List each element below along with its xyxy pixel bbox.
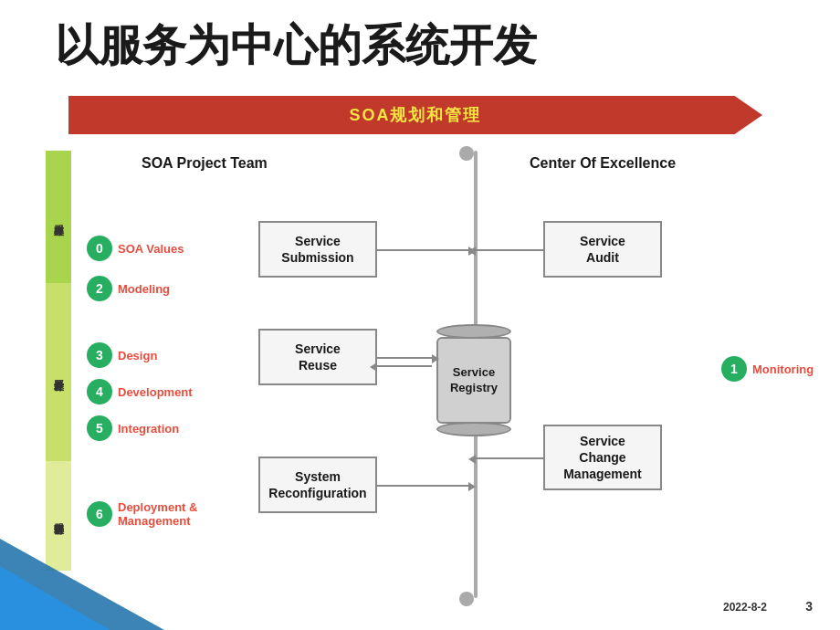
circle-5: 5	[87, 415, 112, 441]
soa-banner-text: SOA规划和管理	[349, 104, 481, 126]
box-service-submission: Service Submission	[258, 221, 377, 278]
soa-banner: SOA规划和管理	[68, 96, 762, 134]
col-header-left: SOA Project Team	[142, 155, 268, 172]
soa-item-6: 6 Deployment & Management	[87, 500, 197, 528]
circle-0: 0	[87, 236, 112, 261]
col-header-right: Center Of Excellence	[530, 155, 676, 172]
cylinder-top	[436, 324, 511, 339]
circle-3: 3	[87, 342, 112, 368]
soa-item-4: 4 Development	[87, 379, 193, 404]
sidebar-mid: 服务设计开发	[46, 283, 71, 461]
label-modeling: Modeling	[118, 282, 170, 296]
label-design: Design	[118, 349, 157, 362]
service-registry: Service Registry	[436, 324, 511, 436]
soa-item-2: 2 Modeling	[87, 276, 170, 301]
circle-2: 2	[87, 276, 112, 301]
circle-1: 1	[721, 356, 747, 382]
soa-item-5: 5 Integration	[87, 415, 179, 441]
circle-4: 4	[87, 379, 112, 404]
bottom-circle	[459, 592, 474, 606]
cylinder-bottom	[436, 422, 511, 436]
label-monitoring: Monitoring	[752, 362, 814, 376]
top-circle	[459, 146, 474, 161]
box-service-change: Service Change Management	[543, 425, 662, 490]
page-title: 以服务为中心的系统开发	[55, 16, 537, 75]
label-soa-values: SOA Values	[118, 242, 184, 256]
arrow-reconfig-right	[377, 485, 468, 487]
soa-item-3: 3 Design	[87, 342, 157, 368]
box-service-audit: Service Audit	[543, 221, 662, 278]
sidebar-top: 服务建模	[46, 151, 71, 283]
footer-date: 2022-8-2	[723, 601, 767, 614]
cylinder-body: Service Registry	[436, 337, 511, 424]
label-deployment: Deployment & Management	[118, 500, 197, 528]
arrow-submission-right	[377, 249, 468, 251]
arrow-audit-left	[476, 249, 543, 251]
arrow-change-left	[476, 457, 543, 459]
footer-page: 3	[805, 599, 813, 614]
label-integration: Integration	[118, 422, 179, 436]
box-service-reuse: Service Reuse	[258, 329, 377, 385]
blue-triangle-decoration	[0, 539, 164, 630]
soa-item-0: 0 SOA Values	[87, 236, 184, 261]
arrow-reuse-right	[377, 357, 432, 359]
circle-6: 6	[87, 501, 112, 527]
arrow-reuse-left	[377, 365, 432, 367]
sidebar: 服务建模 服务设计开发 服务部署管理	[46, 151, 71, 571]
box-system-reconfig: System Reconfiguration	[258, 457, 377, 513]
monitoring-item: 1 Monitoring	[721, 356, 814, 382]
label-development: Development	[118, 385, 193, 399]
